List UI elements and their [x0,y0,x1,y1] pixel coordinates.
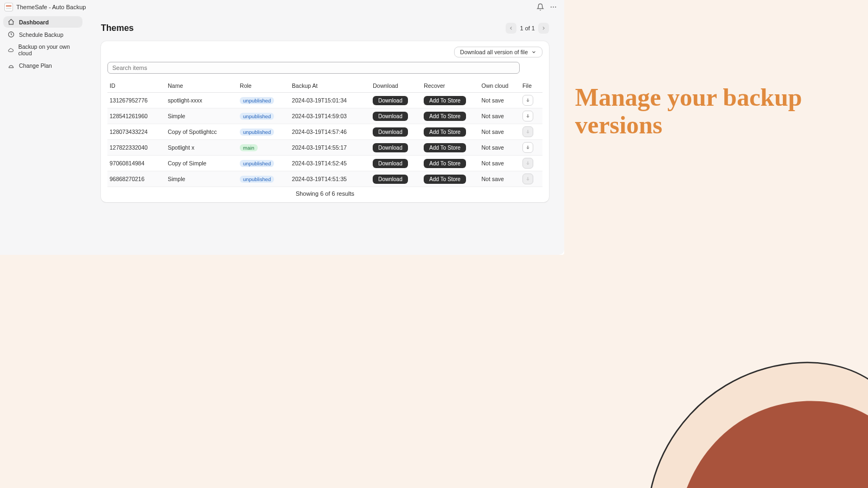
download-button[interactable]: Download [373,159,407,168]
pagination: 1 of 1 [506,23,549,34]
cell-backup: 2024-03-19T14:55:17 [290,140,371,156]
col-id: ID [107,79,165,93]
sidebar-item-label: Change Plan [19,62,52,69]
download-button[interactable]: Download [373,112,407,121]
table-row: 97060814984Copy of Simpleunpublished2024… [107,156,542,171]
file-download-icon [522,126,533,137]
sidebar-item-schedule[interactable]: Schedule Backup [3,29,82,40]
col-backup: Backup At [290,79,371,93]
cell-file [520,140,542,156]
download-all-label: Download all version of file [460,49,528,55]
add-to-store-button[interactable]: Add To Store [424,112,466,121]
cell-id: 127822332040 [107,140,165,156]
cell-file [520,156,542,171]
cell-download: Download [371,93,422,108]
file-download-icon[interactable] [522,95,533,106]
chevron-down-icon [531,49,537,55]
role-badge: unpublished [240,113,274,120]
cell-role: unpublished [238,171,290,187]
cell-file [520,171,542,187]
cell-name: Copy of Spotlightcc [165,124,238,140]
table-row: 128073433224Copy of Spotlightccunpublish… [107,124,542,140]
download-button[interactable]: Download [373,96,407,105]
download-all-button[interactable]: Download all version of file [454,47,542,57]
cell-owncloud: Not save [480,124,521,140]
search-input[interactable] [107,62,520,74]
cell-name: Simple [165,108,238,124]
cell-recover: Add To Store [422,108,479,124]
table-row: 128541261960Simpleunpublished2024-03-19T… [107,108,542,124]
add-to-store-button[interactable]: Add To Store [424,159,466,168]
col-role: Role [238,79,290,93]
cell-backup: 2024-03-19T14:59:03 [290,108,371,124]
cell-role: unpublished [238,124,290,140]
plan-icon [8,62,15,69]
cell-owncloud: Not save [480,156,521,171]
cell-owncloud: Not save [480,171,521,187]
cell-id: 128073433224 [107,124,165,140]
role-badge: unpublished [240,176,274,183]
pager-next[interactable] [538,23,549,34]
chevron-left-icon [508,25,514,31]
add-to-store-button[interactable]: Add To Store [424,175,466,184]
sidebar: Dashboard Schedule Backup Backup on your… [0,0,86,255]
cell-recover: Add To Store [422,156,479,171]
cell-owncloud: Not save [480,108,521,124]
cell-id: 97060814984 [107,156,165,171]
more-icon[interactable] [547,1,560,14]
file-download-icon [522,158,533,169]
file-download-icon [522,174,533,184]
table-row: 96868270216Simpleunpublished2024-03-19T1… [107,171,542,187]
cell-backup: 2024-03-19T14:57:46 [290,124,371,140]
chevron-right-icon [541,25,546,31]
cell-name: Spotlight x [165,140,238,156]
add-to-store-button[interactable]: Add To Store [424,96,466,105]
sidebar-item-change-plan[interactable]: Change Plan [3,60,82,71]
table-header-row: ID Name Role Backup At Download Recover … [107,79,542,93]
svg-point-1 [553,7,554,8]
add-to-store-button[interactable]: Add To Store [424,143,466,152]
cell-id: 131267952776 [107,93,165,108]
role-badge: unpublished [240,160,274,167]
cell-id: 96868270216 [107,171,165,187]
cell-name: Copy of Simple [165,156,238,171]
cell-file [520,124,542,140]
add-to-store-button[interactable]: Add To Store [424,127,466,137]
col-download: Download [371,79,422,93]
home-icon [8,18,15,25]
cell-owncloud: Not save [480,93,521,108]
cell-recover: Add To Store [422,171,479,187]
download-button[interactable]: Download [373,175,407,184]
cell-recover: Add To Store [422,124,479,140]
page-title: Themes [101,23,133,33]
role-badge: unpublished [240,129,274,136]
themes-table: ID Name Role Backup At Download Recover … [107,79,542,187]
svg-point-0 [551,7,552,8]
decorative-blob [608,260,868,488]
col-file: File [520,79,542,93]
col-recover: Recover [422,79,479,93]
pager-text: 1 of 1 [520,25,535,31]
file-download-icon[interactable] [522,111,533,121]
cloud-icon [8,47,14,54]
cell-backup: 2024-03-19T14:51:35 [290,171,371,187]
cell-download: Download [371,108,422,124]
file-download-icon[interactable] [522,142,533,153]
page-header: Themes 1 of 1 [101,20,549,41]
sidebar-item-own-cloud[interactable]: Backup on your own cloud [3,41,82,59]
table-footer: Showing 6 of 6 results [107,187,542,198]
sidebar-item-label: Backup on your own cloud [18,43,78,56]
pager-prev[interactable] [506,23,516,34]
download-button[interactable]: Download [373,143,407,152]
cell-role: main [238,140,290,156]
promo-headline: Manage your backup versions [575,84,835,139]
sidebar-item-dashboard[interactable]: Dashboard [3,16,82,28]
download-button[interactable]: Download [373,127,407,137]
cell-backup: 2024-03-19T15:01:34 [290,93,371,108]
cell-owncloud: Not save [480,140,521,156]
table-row: 131267952776spotlight-xxxxunpublished202… [107,93,542,108]
notification-icon[interactable] [534,1,547,14]
app-frame: ThemeSafe - Auto Backup Dashboard Schedu… [0,0,564,255]
cell-download: Download [371,124,422,140]
sidebar-item-label: Schedule Backup [19,31,63,38]
